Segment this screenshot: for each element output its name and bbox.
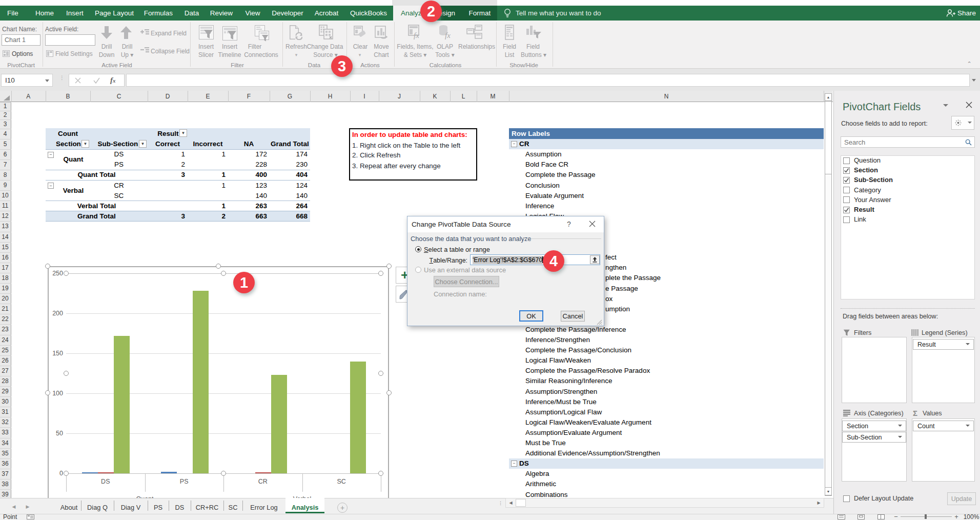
svg-text:fx: fx <box>414 31 419 39</box>
svg-text:fx: fx <box>445 31 451 39</box>
